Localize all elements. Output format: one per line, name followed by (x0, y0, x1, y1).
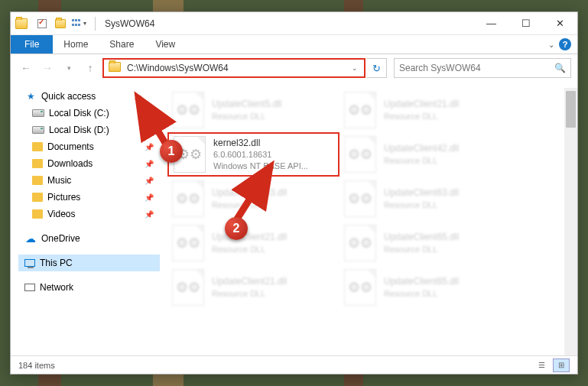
search-input[interactable] (399, 63, 554, 73)
file-item[interactable]: ⚙⚙ UpdateClient65.dllResource DLL (339, 221, 512, 265)
drive-icon (32, 109, 44, 117)
pin-icon: 📌 (145, 193, 154, 202)
qat-newfolder-button[interactable] (52, 15, 69, 32)
drive-icon (32, 126, 44, 134)
file-item[interactable]: ⚙⚙ UpdateClient42.dllResource DLL (339, 132, 512, 177)
folder-icon (32, 159, 43, 168)
file-icon: ⚙⚙ (344, 180, 376, 217)
file-item[interactable]: ⚙⚙ UpdateClient5.dllResource DLL (167, 88, 339, 132)
file-tab[interactable]: File (11, 35, 53, 54)
qat-view-button[interactable]: ▾ (70, 15, 87, 32)
nav-pane: ★ Quick access Local Disk (C:)📌 Local Di… (11, 82, 160, 355)
sidebar-item-downloads[interactable]: Downloads📌 (18, 155, 160, 172)
refresh-button[interactable]: ↻ (367, 58, 387, 78)
sidebar-item-drive-d[interactable]: Local Disk (D:)📌 (18, 122, 160, 138)
file-name: kernel32.dll (213, 137, 308, 149)
pin-icon: 📌 (145, 126, 154, 135)
folder-icon (32, 193, 43, 202)
pc-icon (24, 259, 35, 267)
file-item-kernel32[interactable]: ⚙⚙ kernel32.dll 6.0.6001.18631 Windows N… (167, 132, 339, 177)
folder-icon (32, 209, 43, 219)
quick-access-label: Quick access (41, 91, 96, 102)
sidebar-item-pictures[interactable]: Pictures📌 (18, 189, 160, 206)
title-bar: ▾ SysWOW64 — ☐ ✕ (11, 12, 577, 35)
separator (95, 17, 96, 31)
details-view-button[interactable]: ☰ (533, 358, 550, 372)
address-dropdown-button[interactable]: ⌄ (347, 64, 362, 72)
folder-icon (32, 142, 43, 151)
address-bar[interactable]: ⌄ (102, 58, 365, 78)
status-bar: 184 items ☰ ⊞ (11, 355, 577, 374)
qat-properties-button[interactable] (34, 15, 50, 32)
file-icon: ⚙⚙ (172, 269, 204, 306)
tiles-view-button[interactable]: ⊞ (553, 358, 570, 372)
file-item[interactable]: ⚙⚙ UpdateClient21.dllResource DLL (167, 221, 339, 265)
cloud-icon: ☁ (24, 232, 37, 245)
explorer-window: ▾ SysWOW64 — ☐ ✕ File Home Share View ⌄ … (10, 11, 578, 375)
file-list[interactable]: ⚙⚙ UpdateClient5.dllResource DLL ⚙⚙ Upda… (160, 82, 577, 355)
qat-area: ▾ SysWOW64 (11, 15, 154, 32)
pin-icon: 📌 (145, 160, 154, 168)
sidebar-network[interactable]: Network (18, 279, 160, 296)
file-icon: ⚙⚙ (172, 92, 204, 128)
item-count: 184 items (18, 361, 55, 370)
file-item[interactable]: ⚙⚙ UpdateClient63.dllResource DLL (167, 177, 339, 221)
maximize-button[interactable]: ☐ (508, 12, 543, 35)
pin-icon: 📌 (145, 109, 154, 118)
share-tab[interactable]: Share (99, 35, 145, 54)
file-icon: ⚙⚙ (344, 136, 376, 173)
view-tab[interactable]: View (145, 35, 186, 54)
address-input[interactable] (125, 63, 347, 73)
search-icon: 🔍 (554, 63, 566, 73)
sidebar-onedrive[interactable]: ☁OneDrive (18, 230, 160, 247)
vertical-scrollbar[interactable] (564, 88, 577, 355)
file-icon: ⚙⚙ (344, 225, 376, 261)
pin-icon: 📌 (145, 143, 154, 151)
file-desc: Windows NT BASE API... (213, 161, 308, 172)
folder-icon (32, 176, 43, 185)
pin-icon: 📌 (145, 177, 154, 185)
up-button[interactable]: ↑ (81, 59, 99, 77)
window-title: SysWOW64 (105, 18, 154, 29)
file-icon: ⚙⚙ (344, 92, 376, 128)
recent-locations-button[interactable]: ▾ (60, 59, 78, 77)
sidebar-item-drive-c[interactable]: Local Disk (C:)📌 (18, 105, 160, 122)
sidebar-item-documents[interactable]: Documents📌 (18, 138, 160, 155)
file-icon: ⚙⚙ (174, 136, 206, 173)
nav-bar: ← → ▾ ↑ ⌄ ↻ 🔍 (11, 54, 577, 82)
star-icon: ★ (24, 90, 37, 102)
close-button[interactable]: ✕ (543, 12, 577, 35)
file-item[interactable]: ⚙⚙ UpdateClient21.dllResource DLL (167, 265, 339, 310)
ribbon-tabs: File Home Share View ⌄ ? (11, 35, 577, 54)
sidebar-item-videos[interactable]: Videos📌 (18, 206, 160, 222)
file-item[interactable]: ⚙⚙ UpdateClient65.dllResource DLL (339, 265, 512, 310)
app-icon[interactable] (15, 18, 28, 29)
forward-button[interactable]: → (38, 59, 57, 77)
help-button[interactable]: ? (559, 38, 571, 50)
file-icon: ⚙⚙ (172, 180, 204, 217)
file-item[interactable]: ⚙⚙ UpdateClient63.dllResource DLL (339, 177, 512, 221)
home-tab[interactable]: Home (53, 35, 99, 54)
quick-access[interactable]: ★ Quick access (18, 88, 160, 105)
sidebar-this-pc[interactable]: This PC (18, 255, 160, 271)
file-icon: ⚙⚙ (344, 269, 376, 306)
network-icon (24, 284, 35, 291)
content-area: ★ Quick access Local Disk (C:)📌 Local Di… (11, 82, 577, 355)
scroll-thumb[interactable] (566, 91, 576, 128)
minimize-button[interactable]: — (474, 12, 508, 35)
file-item[interactable]: ⚙⚙ UpdateClient21.dllResource DLL (339, 88, 512, 132)
search-box[interactable]: 🔍 (394, 58, 571, 78)
file-icon: ⚙⚙ (172, 225, 204, 261)
file-version: 6.0.6001.18631 (213, 149, 308, 161)
back-button[interactable]: ← (17, 59, 35, 77)
pin-icon: 📌 (145, 210, 154, 219)
expand-ribbon-button[interactable]: ⌄ (548, 41, 554, 49)
sidebar-item-music[interactable]: Music📌 (18, 172, 160, 189)
